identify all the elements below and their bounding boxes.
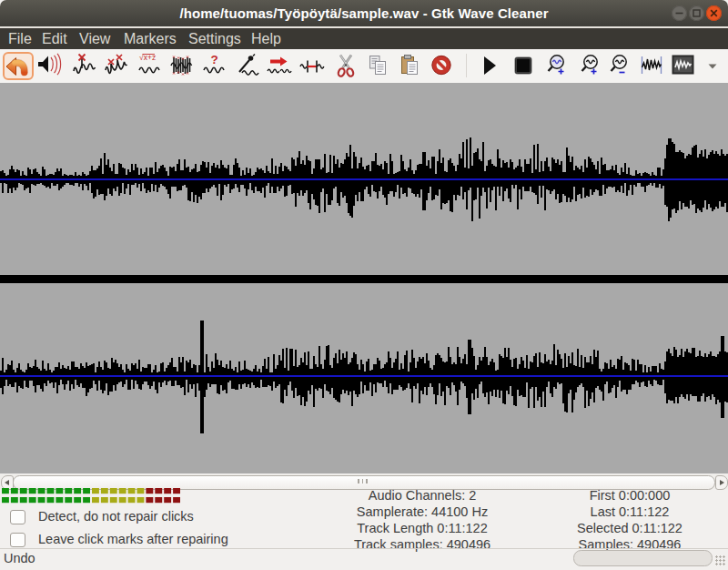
svg-text:?: ? <box>211 53 218 66</box>
